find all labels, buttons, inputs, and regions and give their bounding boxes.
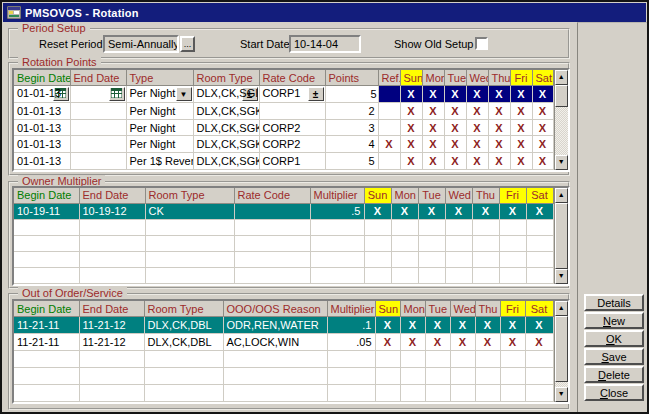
rate-code-cell[interactable]: ±CORP1 xyxy=(259,86,325,103)
day-cell[interactable]: X xyxy=(444,153,466,170)
calendar-icon[interactable] xyxy=(109,87,125,101)
day-cell[interactable]: X xyxy=(532,102,553,119)
show-old-setup-checkbox[interactable] xyxy=(475,37,488,50)
day-cell[interactable]: X xyxy=(488,153,510,170)
vertical-scrollbar[interactable]: ▲ ▼ xyxy=(554,70,569,170)
day-cell[interactable]: X xyxy=(444,102,466,119)
room-type-cell[interactable]: DLX,CK,SGK,KO xyxy=(193,119,259,136)
ok-button[interactable]: OK xyxy=(584,330,644,347)
day-cell[interactable]: X xyxy=(525,334,553,351)
reset-period-field[interactable]: Semi-Annually xyxy=(103,35,179,53)
day-cell[interactable]: X xyxy=(466,153,488,170)
day-cell[interactable]: X xyxy=(466,119,488,136)
day-cell[interactable]: X xyxy=(425,334,450,351)
type-cell[interactable]: Per 1$ Revenu xyxy=(126,153,193,170)
begin-date-cell[interactable]: 01-01-13 xyxy=(14,119,70,136)
room-type-cell[interactable]: CK xyxy=(145,203,234,219)
day-cell[interactable]: X xyxy=(422,102,444,119)
end-date-cell[interactable]: 10-19-12 xyxy=(79,203,145,219)
begin-date-cell[interactable]: 01-01-13 xyxy=(14,102,70,119)
day-cell[interactable]: X xyxy=(400,119,422,136)
scrollbar-track[interactable] xyxy=(555,316,569,387)
table-row[interactable]: 01-01-13 Per Night DLX,CK,SGK,KO CORP2 4… xyxy=(14,136,553,153)
scrollbar-track[interactable] xyxy=(555,203,569,269)
points-cell[interactable]: 2 xyxy=(325,102,378,119)
room-type-cell[interactable]: ±DLX,CK,SGI xyxy=(193,86,259,103)
multiplier-cell[interactable]: .5 xyxy=(310,203,364,219)
day-cell[interactable]: X xyxy=(364,203,391,219)
day-cell[interactable]: X xyxy=(526,203,553,219)
day-cell[interactable]: X xyxy=(400,102,422,119)
reason-cell[interactable]: AC,LOCK,WIN xyxy=(223,334,327,351)
scroll-down-icon[interactable]: ▼ xyxy=(555,269,569,284)
end-date-cell[interactable]: 11-21-12 xyxy=(79,334,144,351)
begin-date-cell[interactable]: 11-21-11 xyxy=(14,317,79,334)
day-cell[interactable]: X xyxy=(510,119,532,136)
day-cell[interactable]: X xyxy=(472,203,499,219)
end-date-cell[interactable]: 11-21-12 xyxy=(79,317,144,334)
delete-button[interactable]: Delete xyxy=(584,366,644,383)
day-cell[interactable]: X xyxy=(400,334,425,351)
ref-cell[interactable]: X xyxy=(378,136,400,153)
points-cell[interactable]: 5 xyxy=(325,86,378,103)
begin-date-cell[interactable]: 10-19-11 xyxy=(14,203,79,219)
type-cell[interactable]: Per Night xyxy=(126,119,193,136)
day-cell[interactable]: X xyxy=(444,136,466,153)
day-cell[interactable]: X xyxy=(510,102,532,119)
scroll-up-icon[interactable]: ▲ xyxy=(555,70,569,85)
room-type-cell[interactable]: DLX,CK,SGK,KO xyxy=(193,102,259,119)
room-type-cell[interactable]: DLX,CK,DBL xyxy=(144,317,223,334)
day-cell[interactable]: X xyxy=(450,334,475,351)
day-cell[interactable]: X xyxy=(400,136,422,153)
day-cell[interactable]: X xyxy=(532,86,553,103)
list-of-values-icon[interactable]: ± xyxy=(308,87,324,101)
end-date-cell[interactable] xyxy=(70,102,126,119)
rate-code-cell[interactable]: CORP2 xyxy=(259,136,325,153)
scroll-down-icon[interactable]: ▼ xyxy=(555,387,569,402)
day-cell[interactable]: X xyxy=(488,119,510,136)
type-cell[interactable]: Per Night xyxy=(126,136,193,153)
day-cell[interactable]: X xyxy=(488,136,510,153)
day-cell[interactable]: X xyxy=(444,119,466,136)
day-cell[interactable]: X xyxy=(422,136,444,153)
rate-code-cell[interactable]: CORP1 xyxy=(259,153,325,170)
day-cell[interactable]: X xyxy=(445,203,472,219)
day-cell[interactable]: X xyxy=(444,86,466,103)
room-type-cell[interactable]: DLX,CK,DBL xyxy=(144,334,223,351)
day-cell[interactable]: X xyxy=(510,153,532,170)
day-cell[interactable]: X xyxy=(400,86,422,103)
day-cell[interactable]: X xyxy=(400,153,422,170)
rate-code-cell[interactable]: CORP2 xyxy=(259,119,325,136)
table-row[interactable]: 01-01-13 Per Night DLX,CK,SGK,KO CORP2 3… xyxy=(14,119,553,136)
table-row[interactable]: 11-21-11 11-21-12 DLX,CK,DBL ODR,REN,WAT… xyxy=(14,317,553,334)
day-cell[interactable]: X xyxy=(499,203,526,219)
scrollbar-thumb[interactable] xyxy=(555,85,569,107)
table-row[interactable]: 01-01-13 ▼Per Night ±DLX,CK,SGI ±CORP1 5… xyxy=(14,86,553,103)
day-cell[interactable]: X xyxy=(510,86,532,103)
day-cell[interactable]: X xyxy=(475,317,500,334)
multiplier-cell[interactable]: .05 xyxy=(327,334,375,351)
chevron-down-icon[interactable]: ▼ xyxy=(176,87,192,101)
begin-date-cell[interactable]: 01-01-13 xyxy=(14,153,70,170)
type-cell[interactable]: Per Night xyxy=(126,102,193,119)
day-cell[interactable]: X xyxy=(488,102,510,119)
day-cell[interactable]: X xyxy=(422,153,444,170)
day-cell[interactable]: X xyxy=(532,153,553,170)
save-button[interactable]: Save xyxy=(584,348,644,365)
day-cell[interactable]: X xyxy=(510,136,532,153)
day-cell[interactable]: X xyxy=(375,334,400,351)
points-cell[interactable]: 5 xyxy=(325,153,378,170)
day-cell[interactable]: X xyxy=(500,317,525,334)
scrollbar-track[interactable] xyxy=(555,85,569,155)
day-cell[interactable]: X xyxy=(500,334,525,351)
scroll-up-icon[interactable]: ▲ xyxy=(555,188,569,203)
day-cell[interactable]: X xyxy=(532,119,553,136)
reset-period-browse-button[interactable]: ... xyxy=(180,36,195,52)
table-row[interactable]: 11-21-11 11-21-12 DLX,CK,DBL AC,LOCK,WIN… xyxy=(14,334,553,351)
table-row[interactable]: 10-19-11 10-19-12 CK .5 X X X X X X X xyxy=(14,203,553,219)
table-row[interactable]: 01-01-13 Per 1$ Revenu DLX,CK,SGK,KO COR… xyxy=(14,153,553,170)
day-cell[interactable]: X xyxy=(422,119,444,136)
day-cell[interactable]: X xyxy=(425,317,450,334)
rate-code-cell[interactable] xyxy=(259,102,325,119)
scrollbar-thumb[interactable] xyxy=(555,316,569,382)
